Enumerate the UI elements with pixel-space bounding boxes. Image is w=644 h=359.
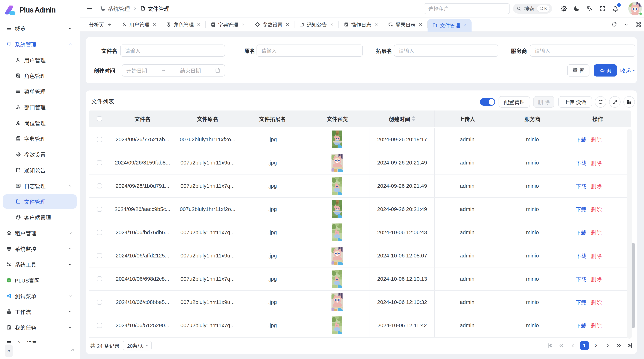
svg-text:DEV: DEV	[16, 185, 20, 187]
